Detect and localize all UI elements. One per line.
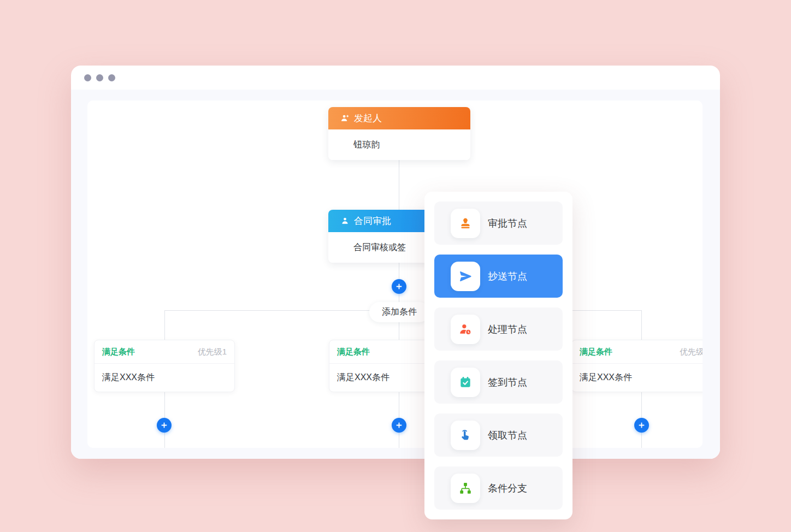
condition-card[interactable]: 满足条件 优先级 满足XXX条件 bbox=[571, 340, 703, 392]
person-add-icon bbox=[340, 114, 350, 123]
add-node-button[interactable] bbox=[157, 418, 172, 433]
menu-item-label: 签到节点 bbox=[488, 376, 527, 389]
initiator-node-body: 钮琼韵 bbox=[328, 129, 470, 160]
condition-card-body: 满足XXX条件 bbox=[95, 364, 234, 392]
person-icon bbox=[340, 216, 350, 226]
condition-card[interactable]: 满足条件 优先级1 满足XXX条件 bbox=[94, 340, 235, 392]
priority-label: 优先级 bbox=[680, 347, 703, 357]
priority-label: 优先级1 bbox=[198, 347, 227, 357]
menu-item-approval-node[interactable]: 审批节点 bbox=[434, 202, 563, 245]
node-type-menu: 审批节点 抄送节点 处理节点 bbox=[424, 192, 572, 519]
condition-card-header: 满足条件 优先级1 bbox=[95, 340, 234, 364]
condition-label: 满足条件 bbox=[580, 347, 612, 357]
connector-line bbox=[164, 310, 165, 340]
add-node-button[interactable] bbox=[392, 279, 406, 294]
paper-plane-icon bbox=[451, 262, 480, 291]
menu-item-label: 抄送节点 bbox=[488, 270, 527, 283]
browser-window: 发起人 钮琼韵 合同审批 合同审核 bbox=[71, 66, 720, 459]
window-dot-icon[interactable] bbox=[108, 74, 115, 81]
calendar-check-icon bbox=[451, 368, 480, 397]
condition-label: 满足条件 bbox=[337, 347, 370, 357]
traffic-light-dots bbox=[84, 74, 115, 81]
menu-item-label: 条件分支 bbox=[488, 482, 527, 495]
plus-icon bbox=[395, 421, 403, 429]
connector-line bbox=[399, 160, 399, 210]
add-node-button[interactable] bbox=[392, 418, 406, 433]
initiator-node[interactable]: 发起人 钮琼韵 bbox=[328, 107, 470, 160]
menu-item-cc-node[interactable]: 抄送节点 bbox=[434, 255, 563, 298]
tap-hand-icon bbox=[451, 421, 480, 450]
connector-line bbox=[641, 310, 642, 340]
menu-item-checkin-node[interactable]: 签到节点 bbox=[434, 360, 563, 404]
person-clock-icon bbox=[451, 315, 480, 344]
menu-item-label: 领取节点 bbox=[488, 429, 527, 442]
workflow-canvas: 发起人 钮琼韵 合同审批 合同审核 bbox=[87, 101, 703, 448]
menu-item-label: 处理节点 bbox=[488, 323, 527, 336]
plus-icon bbox=[637, 421, 646, 429]
menu-item-label: 审批节点 bbox=[488, 217, 527, 230]
add-node-button[interactable] bbox=[634, 418, 649, 433]
window-content: 发起人 钮琼韵 合同审批 合同审核 bbox=[71, 90, 720, 459]
window-dot-icon[interactable] bbox=[84, 74, 91, 81]
page: 发起人 钮琼韵 合同审批 合同审核 bbox=[0, 0, 791, 532]
condition-card-header: 满足条件 优先级 bbox=[572, 340, 703, 364]
window-dot-icon[interactable] bbox=[96, 74, 103, 81]
menu-item-claim-node[interactable]: 领取节点 bbox=[434, 413, 563, 457]
approval-node-title: 合同审批 bbox=[354, 215, 391, 227]
condition-card-body: 满足XXX条件 bbox=[572, 364, 703, 392]
menu-item-process-node[interactable]: 处理节点 bbox=[434, 308, 563, 351]
menu-item-condition-branch[interactable]: 条件分支 bbox=[434, 466, 563, 510]
add-condition-button[interactable]: 添加条件 bbox=[369, 302, 429, 322]
stamp-icon bbox=[451, 209, 480, 238]
plus-icon bbox=[395, 282, 403, 291]
initiator-node-title: 发起人 bbox=[354, 112, 382, 125]
initiator-node-header: 发起人 bbox=[328, 107, 470, 129]
condition-label: 满足条件 bbox=[102, 347, 135, 357]
plus-icon bbox=[160, 421, 168, 429]
window-titlebar bbox=[71, 66, 720, 90]
sitemap-icon bbox=[451, 474, 480, 503]
